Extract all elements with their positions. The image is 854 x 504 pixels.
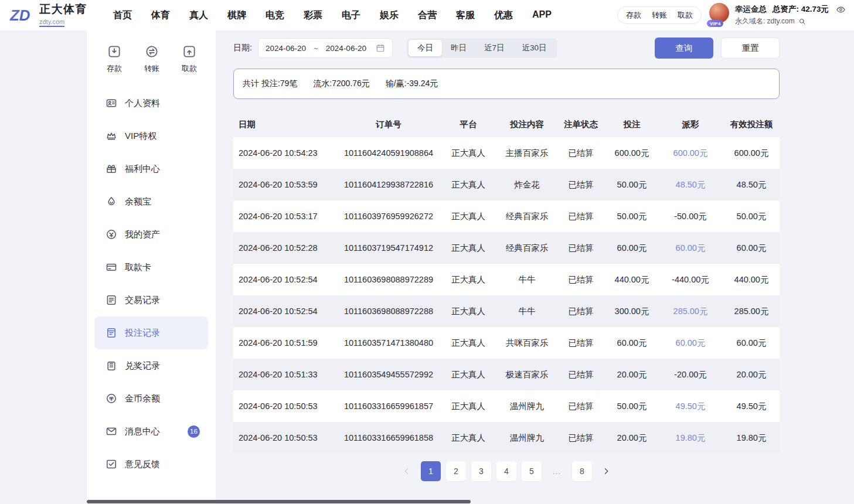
range-button-0[interactable]: 今日 [409, 40, 442, 56]
wallet-action-2[interactable]: 取款 [672, 10, 698, 21]
table-row-7[interactable]: 2024-06-20 10:51:331011603549455572992正大… [233, 359, 780, 390]
wallet-action-0[interactable]: 存款 [621, 10, 647, 21]
cell-payout: 285.00元 [658, 306, 723, 317]
sidebar-item-10[interactable]: 消息中心16 [94, 415, 208, 448]
profile-icon [106, 97, 117, 109]
nav-item-5[interactable]: 彩票 [304, 9, 322, 22]
reset-button[interactable]: 重置 [721, 38, 780, 59]
page-button-4[interactable]: 4 [496, 461, 516, 481]
nav-item-1[interactable]: 体育 [151, 9, 170, 22]
nav-item-4[interactable]: 电竞 [266, 9, 284, 22]
summary-total: 共计 投注:79笔 [243, 79, 297, 89]
wallet-actions-pill: 存款转账取款 [617, 6, 702, 24]
main-content: 日期: 2024-06-20 ~ 2024-06-20 今日昨日近7日近30日 … [216, 30, 854, 504]
cell-payout: 600.00元 [658, 148, 723, 159]
page-button-2[interactable]: 2 [446, 461, 466, 481]
pagination-prev[interactable] [398, 461, 416, 481]
nav-item-8[interactable]: 合营 [418, 9, 437, 22]
range-button-2[interactable]: 近7日 [475, 40, 513, 56]
cell-status: 已结算 [556, 401, 606, 412]
page-ellipsis: ... [547, 461, 567, 481]
assets-icon [106, 229, 117, 240]
top-header: ZD 正大体育 zdty.com 首页体育真人棋牌电竞彩票电子娱乐合营客服优惠A… [0, 0, 854, 30]
cell-platform: 正大真人 [438, 211, 498, 222]
nav-item-3[interactable]: 棋牌 [227, 9, 246, 22]
cell-status: 已结算 [556, 338, 606, 349]
table-row-1[interactable]: 2024-06-20 10:53:591011604129938722816正大… [233, 169, 780, 200]
bets-table: 日期订单号平台投注内容注单状态投注派彩有效投注额 2024-06-20 10:5… [233, 111, 780, 454]
calendar-icon[interactable] [376, 43, 385, 53]
sidebar-item-label: 消息中心 [125, 426, 160, 437]
cell-order: 1011603316659961857 [339, 401, 438, 411]
cell-status: 已结算 [556, 148, 606, 159]
quick-action-label: 取款 [182, 63, 197, 74]
quick-action-2[interactable]: 取款 [182, 45, 197, 74]
table-row-6[interactable]: 2024-06-20 10:51:591011603571471380480正大… [233, 327, 780, 359]
cell-bet: 20.00元 [606, 369, 658, 380]
logo[interactable]: ZD 正大体育 zdty.com [9, 4, 87, 27]
unread-badge: 16 [188, 425, 200, 438]
sidebar-item-2[interactable]: 福利中心 [94, 152, 208, 185]
nav-item-10[interactable]: 优惠 [494, 9, 513, 22]
nav-item-0[interactable]: 首页 [113, 9, 132, 22]
table-row-5[interactable]: 2024-06-20 10:52:541011603698088972288正大… [233, 295, 780, 327]
page-button-3[interactable]: 3 [471, 461, 491, 481]
sidebar-item-0[interactable]: 个人资料 [94, 87, 208, 120]
sidebar-menu: 个人资料VIP特权福利中心余额宝我的资产取款卡交易记录投注记录兑奖记录金币余额消… [87, 87, 216, 481]
page-button-1[interactable]: 1 [421, 461, 441, 481]
quick-action-1[interactable]: 转账 [144, 45, 159, 74]
cell-order: 1011603571471380480 [339, 338, 438, 348]
sidebar-item-3[interactable]: 余额宝 [94, 185, 208, 218]
nav-item-11[interactable]: APP [532, 9, 552, 22]
pagination-next[interactable] [597, 461, 615, 481]
cell-valid: 19.80元 [723, 433, 780, 444]
sidebar-item-11[interactable]: 意见反馈 [94, 448, 208, 481]
eye-icon[interactable] [836, 5, 846, 15]
search-icon[interactable] [798, 18, 806, 25]
horizontal-scrollbar[interactable] [87, 500, 471, 503]
cell-valid: 285.00元 [723, 306, 780, 317]
quick-action-0[interactable]: 存款 [107, 45, 122, 74]
cell-order: 1011603976959926272 [339, 212, 438, 221]
cell-date: 2024-06-20 10:50:53 [233, 433, 339, 442]
table-row-2[interactable]: 2024-06-20 10:53:171011603976959926272正大… [233, 200, 780, 232]
sidebar-item-6[interactable]: 交易记录 [94, 284, 208, 316]
search-button[interactable]: 查询 [655, 38, 713, 59]
nav-item-7[interactable]: 娱乐 [380, 9, 399, 22]
sidebar-item-label: 金币余额 [125, 393, 160, 404]
table-row-9[interactable]: 2024-06-20 10:50:531011603316659961858正大… [233, 422, 780, 454]
sidebar-item-1[interactable]: VIP特权 [94, 120, 208, 152]
cell-content: 牛牛 [498, 306, 556, 317]
table-row-8[interactable]: 2024-06-20 10:50:531011603316659961857正大… [233, 390, 780, 422]
cell-platform: 正大真人 [438, 369, 498, 380]
sidebar-item-8[interactable]: 兑奖记录 [94, 349, 208, 382]
cell-content: 温州牌九 [498, 433, 556, 444]
coin-icon [106, 393, 117, 404]
sidebar-item-label: 兑奖记录 [125, 360, 160, 372]
nav-item-2[interactable]: 真人 [189, 9, 208, 22]
page-button-5[interactable]: 5 [522, 461, 542, 481]
cell-valid: 48.50元 [723, 179, 780, 190]
sidebar: 存款转账取款 个人资料VIP特权福利中心余额宝我的资产取款卡交易记录投注记录兑奖… [87, 30, 216, 504]
nav-item-6[interactable]: 电子 [342, 9, 360, 22]
range-button-3[interactable]: 近30日 [513, 40, 555, 56]
page-button-8[interactable]: 8 [572, 461, 592, 481]
sidebar-item-7[interactable]: 投注记录 [94, 316, 208, 349]
cell-date: 2024-06-20 10:51:33 [233, 370, 339, 379]
cell-order: 1011603719547174912 [339, 243, 438, 253]
sidebar-item-9[interactable]: 金币余额 [94, 382, 208, 415]
cell-valid: 49.50元 [723, 401, 780, 412]
table-row-3[interactable]: 2024-06-20 10:52:281011603719547174912正大… [233, 232, 780, 264]
range-button-1[interactable]: 昨日 [442, 40, 475, 56]
sidebar-item-4[interactable]: 我的资产 [94, 218, 208, 251]
user-block: VIP4 幸运金总 总资产: 42.73元 永久域名: zdty.com [709, 3, 846, 28]
column-header-6: 派彩 [658, 119, 723, 130]
wallet-action-1[interactable]: 转账 [647, 10, 672, 21]
transfer-icon [145, 45, 159, 59]
nav-item-9[interactable]: 客服 [456, 9, 475, 22]
table-row-4[interactable]: 2024-06-20 10:52:541011603698088972289正大… [233, 264, 780, 295]
sidebar-item-5[interactable]: 取款卡 [94, 251, 208, 284]
date-range-input[interactable]: 2024-06-20 ~ 2024-06-20 [258, 38, 393, 58]
table-row-0[interactable]: 2024-06-20 10:54:231011604240591908864正大… [233, 137, 780, 169]
transactions-icon [106, 294, 117, 306]
